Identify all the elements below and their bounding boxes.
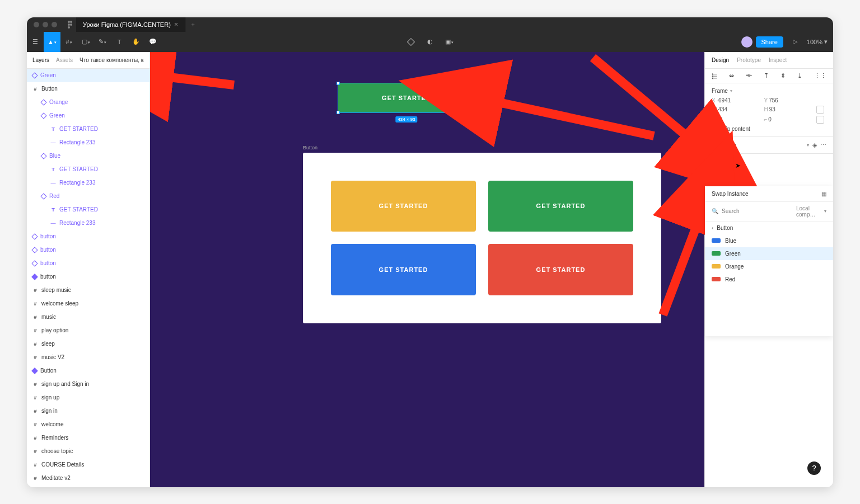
distribute-icon[interactable]: ⋮⋮ [814,72,826,79]
layer-item[interactable]: sleep [27,337,149,351]
swap-option[interactable]: Green [705,247,833,260]
layer-item[interactable]: Orange [27,96,149,109]
constrain-icon[interactable] [816,106,824,114]
align-right-icon[interactable]: ⬲ [746,72,752,79]
layer-item[interactable]: GET STARTED [27,203,149,216]
assets-tab[interactable]: Assets [56,57,73,63]
layer-item[interactable]: button [27,257,149,270]
user-avatar[interactable] [741,36,752,48]
layer-item[interactable]: button [27,270,149,284]
layer-item[interactable]: Rectangle 233 [27,136,149,149]
layer-item[interactable]: GET STARTED [27,163,149,176]
clip-content[interactable]: Clip content [712,126,826,132]
instance-more-icon[interactable]: ⋯ [820,142,826,149]
toolbar: ☰ ▲▾ #▾ ▢▾ ✎▾ T ✋ 💬 ◐ ▣▾ Share ▷ 100%▾ [27,32,833,52]
help-button[interactable]: ? [807,461,821,475]
left-panel-tabs: Layers Assets Что такое компоненты, как … [27,52,149,69]
layers-list: GreenButtonOrangeGreenGET STARTEDRectang… [27,69,149,487]
layer-item[interactable]: Button [27,82,149,96]
layer-item[interactable]: Green [27,69,149,82]
selected-instance[interactable]: GET STARTED 434 × 93 [338,83,475,113]
align-left-icon[interactable]: ⬱ [712,72,717,79]
window-traffic-lights [27,22,64,27]
layer-item[interactable]: music V2 [27,351,149,364]
mask-icon[interactable]: ◐ [422,32,438,52]
align-top-icon[interactable]: ⤒ [764,72,769,79]
layer-item[interactable]: welcome [27,418,149,431]
layers-tab[interactable]: Layers [32,57,49,63]
swap-breadcrumb[interactable]: ‹ Button [705,222,833,234]
swap-option[interactable]: Orange [705,260,833,273]
instance-name[interactable]: Green [721,142,803,148]
present-button[interactable]: ▷ [787,32,803,52]
button-variant[interactable]: GET STARTED [331,181,476,232]
layer-item[interactable]: Red [27,190,149,203]
layer-item[interactable]: choose topic [27,445,149,458]
swap-instance-panel: Swap Instance ▦ 🔍 Local comp… ▾ ‹ Button… [705,186,833,336]
layer-item[interactable]: GET STARTED [27,123,149,136]
svg-point-2 [68,23,70,26]
search-icon: 🔍 [712,208,718,214]
zoom-control[interactable]: 100%▾ [807,38,828,45]
layer-item[interactable]: welcome sleep [27,297,149,310]
button-master-frame[interactable]: Button GET STARTEDGET STARTEDGET STARTED… [303,153,661,323]
canvas[interactable]: GET STARTED 434 × 93 Button GET STARTEDG… [150,52,704,487]
layer-item[interactable]: home [27,485,149,487]
component-icon[interactable] [403,32,419,52]
frame-tool[interactable]: #▾ [60,32,77,52]
layer-item[interactable]: play option [27,324,149,337]
swap-grid-icon[interactable]: ▦ [821,191,826,197]
tab-title: Уроки Figma (FIGMA.CENTER) [83,21,171,28]
layer-item[interactable]: Meditate v2 [27,472,149,485]
menu-button[interactable]: ☰ [27,32,44,52]
layer-item[interactable]: Blue [27,149,149,163]
share-button[interactable]: Share [756,36,783,48]
selection-dimensions: 434 × 93 [395,116,417,123]
comment-tool[interactable]: 💬 [144,32,161,52]
align-hcenter-icon[interactable]: ⇔ [729,72,734,79]
document-tab[interactable]: Уроки Figma (FIGMA.CENTER) × [76,17,185,32]
swap-search-input[interactable] [722,208,793,214]
layer-item[interactable]: Green [27,109,149,123]
swap-option[interactable]: Blue [705,234,833,247]
layer-item[interactable]: button [27,230,149,243]
corners-icon[interactable] [816,116,824,124]
instance-icon [711,141,718,149]
swap-option[interactable]: Red [705,273,833,286]
layer-item[interactable]: sign up [27,391,149,404]
layer-item[interactable]: Rectangle 233 [27,176,149,190]
text-tool[interactable]: T [111,32,128,52]
swap-library-select[interactable]: Local comp… ▾ [796,205,826,218]
inspect-tab[interactable]: Inspect [769,57,787,63]
align-vcenter-icon[interactable]: ⇕ [780,72,786,79]
layer-item[interactable]: sign in [27,404,149,418]
button-variant[interactable]: GET STARTED [488,244,633,295]
tab-close-icon[interactable]: × [174,20,179,29]
move-tool[interactable]: ▲▾ [44,32,60,52]
tab-add-button[interactable]: + [185,21,200,28]
figma-logo-icon[interactable] [64,21,76,29]
align-bottom-icon[interactable]: ⤓ [797,72,802,79]
layer-item[interactable]: sign up and Sign in [27,378,149,391]
hand-tool[interactable]: ✋ [128,32,144,52]
layer-item[interactable]: sleep music [27,284,149,297]
design-tab[interactable]: Design [712,57,729,63]
right-panel-tabs: Design Prototype Inspect [705,52,833,69]
layer-item[interactable]: Reminders [27,431,149,445]
prototype-tab[interactable]: Prototype [737,57,761,63]
layer-item[interactable]: music [27,310,149,324]
cursor-icon: ➤ [735,162,741,169]
align-controls: ⬱ ⇔ ⬲ ⤒ ⇕ ⤓ ⋮⋮ [705,69,833,83]
layer-item[interactable]: button [27,243,149,257]
boolean-icon[interactable]: ▣▾ [441,32,457,52]
layer-item[interactable]: Rectangle 233 [27,216,149,230]
layer-item[interactable]: Button [27,364,149,378]
layer-item[interactable]: COURSE Details [27,458,149,472]
svg-line-7 [486,100,654,136]
page-selector[interactable]: Что такое компоненты, как с… ▾ [80,57,144,63]
button-variant[interactable]: GET STARTED [488,181,633,232]
pen-tool[interactable]: ✎▾ [94,32,111,52]
button-variant[interactable]: GET STARTED [331,244,476,295]
shape-tool[interactable]: ▢▾ [77,32,94,52]
go-to-main-icon[interactable]: ◈ [812,142,817,149]
